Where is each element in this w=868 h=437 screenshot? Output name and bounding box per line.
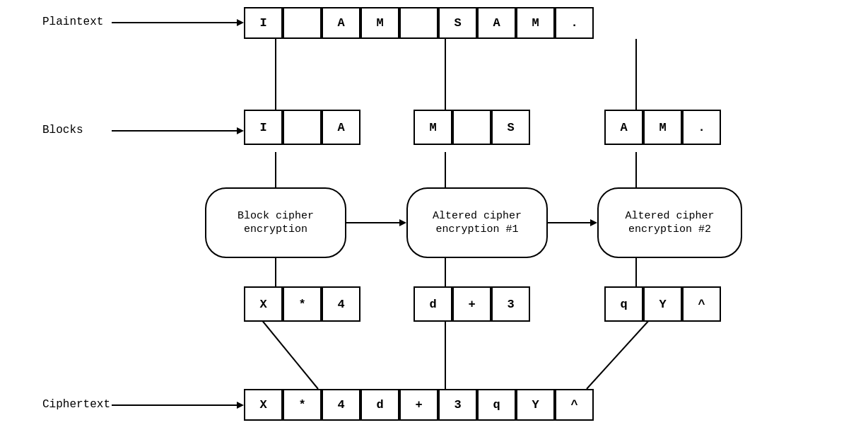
svg-marker-21 <box>237 402 244 409</box>
pt-cell-8: . <box>555 7 594 39</box>
out3-cell-0: q <box>604 286 643 322</box>
out3-cell-1: Y <box>643 286 682 322</box>
block1-cell-0: I <box>244 110 283 145</box>
ct-cell-5: 3 <box>438 389 477 421</box>
block2-cell-0: M <box>414 110 452 145</box>
block3-cell-0: A <box>604 110 643 145</box>
ct-cell-7: Y <box>516 389 555 421</box>
out2-cell-1: + <box>452 286 491 322</box>
out1-cell-0: X <box>244 286 283 322</box>
cipher3-pill: Altered cipherencryption #2 <box>597 187 742 258</box>
ct-cell-2: 4 <box>322 389 360 421</box>
svg-marker-11 <box>399 219 406 226</box>
diagram: Plaintext I A M S A M . Blocks I A M S A… <box>0 0 868 437</box>
block2-cell-2: S <box>491 110 530 145</box>
cipher1-pill: Block cipherencryption <box>205 187 346 258</box>
block1-cell-2: A <box>322 110 360 145</box>
blocks-label: Blocks <box>42 124 83 136</box>
pt-cell-1 <box>283 7 322 39</box>
ct-cell-8: ^ <box>555 389 594 421</box>
block2-cell-1 <box>452 110 491 145</box>
block3-cell-1: M <box>643 110 682 145</box>
pt-cell-4 <box>399 7 438 39</box>
pt-cell-3: M <box>360 7 399 39</box>
out1-cell-2: 4 <box>322 286 360 322</box>
ct-cell-4: + <box>399 389 438 421</box>
out2-cell-0: d <box>414 286 452 322</box>
ct-cell-0: X <box>244 389 283 421</box>
pt-cell-7: M <box>516 7 555 39</box>
ciphertext-label: Ciphertext <box>42 398 110 411</box>
plaintext-label: Plaintext <box>42 16 103 28</box>
svg-line-17 <box>254 311 318 389</box>
pt-cell-0: I <box>244 7 283 39</box>
ct-cell-3: d <box>360 389 399 421</box>
pt-cell-2: A <box>322 7 360 39</box>
out2-cell-2: 3 <box>491 286 530 322</box>
ct-cell-6: q <box>477 389 516 421</box>
svg-line-19 <box>587 311 657 389</box>
block3-cell-2: . <box>682 110 721 145</box>
svg-marker-6 <box>237 127 244 134</box>
svg-marker-1 <box>237 19 244 26</box>
ct-cell-1: * <box>283 389 322 421</box>
pt-cell-5: S <box>438 7 477 39</box>
out3-cell-2: ^ <box>682 286 721 322</box>
pt-cell-6: A <box>477 7 516 39</box>
svg-marker-13 <box>590 219 597 226</box>
cipher2-pill: Altered cipherencryption #1 <box>406 187 548 258</box>
out1-cell-1: * <box>283 286 322 322</box>
block1-cell-1 <box>283 110 322 145</box>
